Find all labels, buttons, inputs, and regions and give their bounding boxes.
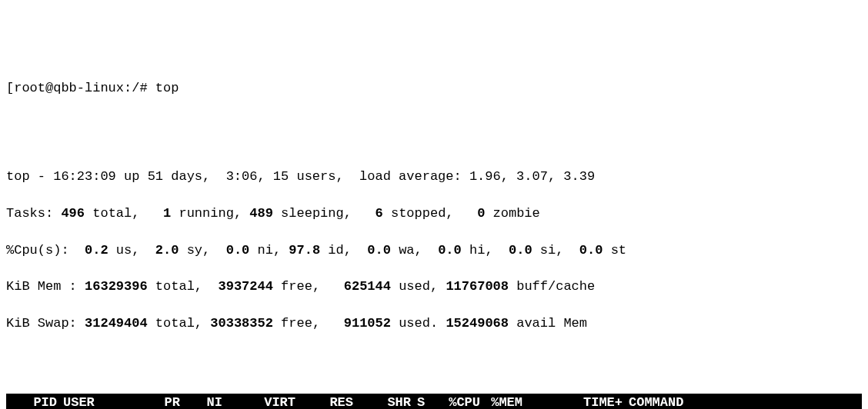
process-table: PID USER PR NI VIRT RES SHR S %CPU %MEM …	[6, 394, 862, 409]
col-user[interactable]: USER	[60, 394, 141, 409]
shell-prompt[interactable]: [root@qbb-linux:/# top	[6, 79, 862, 98]
col-cpu[interactable]: %CPU	[433, 394, 483, 409]
col-cmd[interactable]: COMMAND	[626, 394, 862, 409]
table-header-row: PID USER PR NI VIRT RES SHR S %CPU %MEM …	[6, 394, 862, 409]
prompt-prefix: [root@qbb-linux:/#	[6, 81, 155, 95]
col-shr[interactable]: SHR	[356, 394, 414, 409]
col-pr[interactable]: PR	[141, 394, 183, 409]
summary-tasks: Tasks: 496 total, 1 running, 489 sleepin…	[6, 204, 862, 223]
summary-cpu: %Cpu(s): 0.2 us, 2.0 sy, 0.0 ni, 97.8 id…	[6, 241, 862, 260]
col-s[interactable]: S	[414, 394, 433, 409]
col-time[interactable]: TIME+	[526, 394, 626, 409]
summary-uptime: top - 16:23:09 up 51 days, 3:06, 15 user…	[6, 168, 862, 186]
summary-mem: KiB Mem : 16329396 total, 3937244 free, …	[6, 278, 862, 296]
col-pid[interactable]: PID	[6, 394, 60, 409]
top-summary: top - 16:23:09 up 51 days, 3:06, 15 user…	[6, 150, 862, 351]
col-res[interactable]: RES	[299, 394, 356, 409]
prompt-command: top	[155, 81, 179, 95]
col-mem[interactable]: %MEM	[483, 394, 526, 409]
summary-swap: KiB Swap: 31249404 total, 30338352 free,…	[6, 314, 862, 333]
col-ni[interactable]: NI	[183, 394, 225, 409]
col-virt[interactable]: VIRT	[225, 394, 299, 409]
